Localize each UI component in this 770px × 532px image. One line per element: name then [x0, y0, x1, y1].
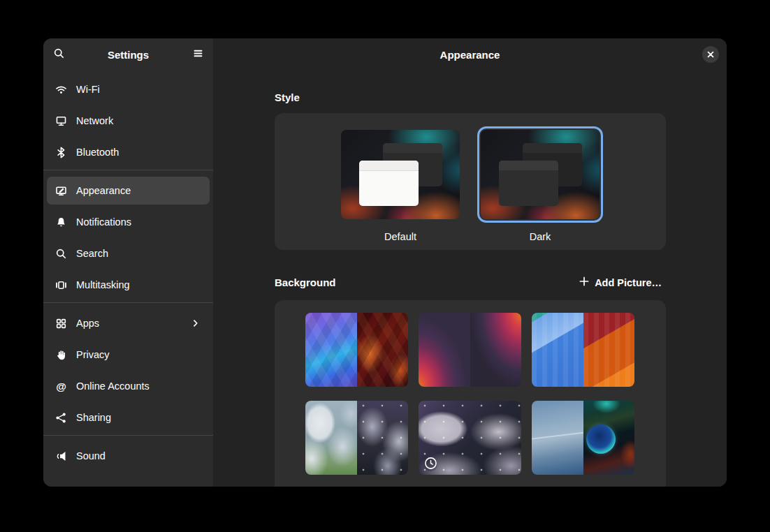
- bubble-graphic: [586, 424, 616, 454]
- sidebar-item-label: Apps: [76, 318, 99, 329]
- wallpaper-thumbnail-clouds-day-night[interactable]: [305, 401, 408, 475]
- main-menu-button[interactable]: [187, 43, 209, 66]
- sidebar-header: Settings: [43, 38, 213, 71]
- content-pane: Appearance Style Default: [213, 38, 727, 487]
- content-body: Style Default: [213, 91, 727, 487]
- hand-icon: [55, 349, 67, 361]
- selection-ring: [477, 126, 603, 223]
- sidebar-divider: [43, 435, 213, 436]
- sidebar-item-label: Bluetooth: [76, 147, 119, 158]
- background-card: [275, 300, 666, 487]
- at-icon: @: [55, 380, 67, 392]
- sidebar-item-multitasking[interactable]: Multitasking: [47, 271, 210, 299]
- style-card: Default Dark: [275, 113, 666, 250]
- sidebar-item-sharing[interactable]: Sharing: [47, 404, 210, 431]
- sidebar-item-network[interactable]: Network: [47, 107, 210, 135]
- content-header: Appearance: [213, 38, 727, 71]
- appearance-icon: [55, 185, 67, 197]
- sidebar-item-label: Search: [76, 248, 108, 259]
- background-section-heading: Background: [275, 276, 336, 288]
- sidebar-item-appearance[interactable]: Appearance: [47, 177, 210, 205]
- wifi-icon: [55, 84, 67, 96]
- sidebar-item-sound[interactable]: Sound: [47, 442, 210, 470]
- wallpaper-thumbnail-glass-bubble[interactable]: [532, 401, 634, 475]
- network-monitor-icon: [55, 115, 67, 127]
- sidebar-item-label: Privacy: [76, 349, 110, 360]
- wallpaper-thumbnail-triangles-blue-red[interactable]: [305, 313, 408, 387]
- sidebar-item-label: Wi-Fi: [76, 84, 100, 95]
- style-option-label: Dark: [477, 231, 603, 242]
- search-icon: [53, 47, 65, 61]
- bluetooth-icon: [55, 147, 67, 158]
- multitasking-icon: [55, 279, 67, 291]
- sidebar-item-privacy[interactable]: Privacy: [47, 341, 210, 369]
- wallpaper-thumbnail-waves-purple-orange[interactable]: [419, 313, 521, 387]
- sidebar-item-online-accounts[interactable]: @ Online Accounts: [47, 372, 210, 400]
- mini-window-front: [499, 161, 558, 206]
- sidebar-item-label: Sharing: [76, 412, 111, 423]
- sidebar-item-bluetooth[interactable]: Bluetooth: [47, 138, 210, 166]
- sidebar-divider: [43, 302, 213, 303]
- sidebar-divider: [43, 170, 213, 170]
- style-thumbnail-default: [341, 130, 460, 219]
- time-based-wallpaper-badge: [424, 458, 437, 471]
- apps-grid-icon: [55, 318, 67, 330]
- bell-icon: [55, 216, 67, 228]
- search-button[interactable]: [48, 43, 70, 66]
- style-option-dark[interactable]: Dark: [477, 126, 603, 250]
- clock-icon: [424, 457, 437, 473]
- share-icon: [55, 412, 67, 424]
- sidebar-item-search[interactable]: Search: [47, 239, 210, 267]
- sidebar-item-wifi[interactable]: Wi-Fi: [47, 75, 210, 103]
- sidebar-item-label: Appearance: [76, 185, 131, 196]
- sidebar-list: Wi-Fi Network Bluetooth Appearance: [43, 71, 213, 473]
- wallpaper-thumbnail-clouds-night[interactable]: [419, 401, 521, 475]
- settings-window: Settings Wi-Fi Network: [43, 38, 727, 487]
- sidebar-item-label: Notifications: [76, 216, 131, 228]
- sidebar-item-label: Online Accounts: [76, 380, 150, 392]
- close-button[interactable]: [702, 46, 719, 63]
- style-thumbnail-dark: [481, 130, 600, 219]
- add-picture-button[interactable]: Add Picture…: [575, 274, 666, 291]
- style-option-label: Default: [337, 231, 463, 242]
- background-heading-row: Background Add Picture…: [275, 274, 666, 291]
- chevron-right-icon: [190, 318, 201, 329]
- style-thumbnail-ring: [337, 126, 463, 223]
- sidebar: Settings Wi-Fi Network: [43, 38, 213, 487]
- page-title: Appearance: [440, 49, 500, 61]
- plus-icon: [579, 276, 589, 288]
- add-picture-label: Add Picture…: [595, 277, 662, 288]
- style-section-heading: Style: [275, 91, 666, 103]
- speaker-icon: [55, 450, 67, 462]
- sidebar-title: Settings: [70, 49, 187, 61]
- sidebar-item-label: Network: [76, 115, 113, 126]
- search-icon: [55, 248, 67, 260]
- sidebar-item-notifications[interactable]: Notifications: [47, 208, 210, 236]
- sidebar-item-apps[interactable]: Apps: [47, 309, 210, 337]
- hamburger-menu-icon: [192, 47, 204, 61]
- close-icon: [707, 50, 714, 60]
- wallpaper-grid: [305, 313, 635, 487]
- sidebar-item-label: Multitasking: [76, 279, 130, 290]
- sidebar-item-label: Sound: [76, 450, 106, 461]
- wallpaper-thumbnail-drips-blue-orange[interactable]: [532, 313, 634, 387]
- mini-window-front: [359, 161, 419, 206]
- style-option-default[interactable]: Default: [337, 126, 463, 250]
